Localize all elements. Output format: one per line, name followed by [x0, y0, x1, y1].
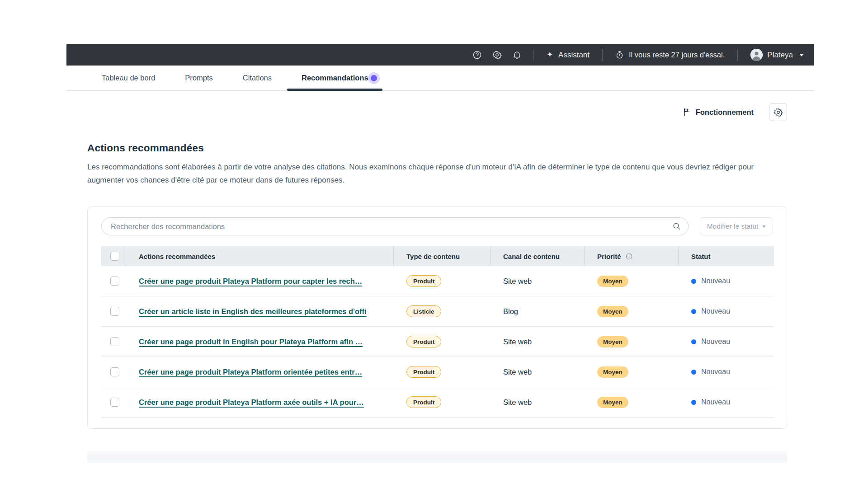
tab-tableau-de-bord[interactable]: Tableau de bord	[102, 66, 155, 90]
channel-label: Site web	[503, 398, 532, 407]
table-body: Créer une page produit Plateya Platform …	[101, 266, 774, 418]
search-input[interactable]	[101, 217, 689, 235]
new-badge-dot	[371, 75, 377, 81]
tab-label: Tableau de bord	[102, 74, 155, 82]
header-priorite: Priorité	[585, 246, 679, 266]
content-type-badge: Produit	[406, 366, 441, 378]
content-type-badge: Produit	[406, 275, 441, 287]
row-action-cell: Créer un article liste in English des me…	[126, 307, 394, 316]
row-status-cell: Nouveau	[679, 398, 774, 406]
row-action-cell: Créer une page produit Plateya Platform …	[126, 398, 394, 407]
row-prio-cell: Moyen	[585, 397, 679, 408]
help-button[interactable]	[467, 44, 487, 66]
info-icon[interactable]	[625, 253, 633, 260]
mode-row: Fonctionnement	[87, 103, 787, 122]
content-type-badge: Listicle	[406, 305, 441, 317]
priority-badge: Moyen	[597, 397, 628, 408]
help-icon	[472, 50, 482, 60]
recommendation-link[interactable]: Créer une page produit in English pour P…	[139, 338, 363, 346]
row-checkbox[interactable]	[110, 367, 119, 376]
table-row: Créer une page produit Plateya Platform …	[101, 387, 774, 418]
row-prio-cell: Moyen	[585, 366, 679, 378]
row-checkbox[interactable]	[110, 277, 119, 286]
row-checkbox[interactable]	[110, 307, 119, 316]
row-prio-cell: Moyen	[585, 276, 679, 287]
assistant-button[interactable]: Assistant	[540, 51, 596, 60]
row-check-cell	[101, 398, 126, 407]
modify-status-button[interactable]: Modifier le statut	[700, 217, 773, 235]
recommendation-link[interactable]: Créer une page produit Plateya Platform …	[139, 398, 364, 407]
app-window: Assistant Il vous reste 27 jours d'essai…	[66, 44, 814, 463]
trial-status: Il vous reste 27 jours d'essai.	[609, 51, 731, 59]
recommendation-link[interactable]: Créer un article liste in English des me…	[139, 307, 367, 316]
recommendation-link[interactable]: Créer une page produit Plateya Platform …	[139, 277, 362, 286]
stopwatch-icon	[615, 51, 624, 59]
header-label: Statut	[691, 253, 711, 260]
content-type-badge: Produit	[406, 396, 441, 408]
account-menu[interactable]: Plateya	[744, 49, 807, 61]
header-statut: Statut	[679, 246, 774, 266]
topbar-divider	[602, 49, 603, 61]
account-name: Plateya	[767, 51, 793, 60]
row-check-cell	[101, 307, 126, 316]
row-check-cell	[101, 277, 126, 286]
main-content: Fonctionnement Actions recommandées Les …	[66, 103, 814, 463]
header-label: Actions recommandées	[139, 253, 215, 260]
row-canal-cell: Site web	[491, 368, 585, 376]
sparkle-icon	[546, 51, 554, 59]
page-description: Les recommandations sont élaborées à par…	[87, 160, 787, 187]
channel-label: Site web	[503, 277, 532, 286]
row-prio-cell: Moyen	[585, 306, 679, 317]
status-label: Nouveau	[701, 307, 730, 315]
row-status-cell: Nouveau	[679, 368, 774, 376]
trial-text: Il vous reste 27 jours d'essai.	[629, 51, 725, 59]
table-header: Actions recommandées Type de contenu Can…	[101, 246, 774, 266]
gear-icon	[774, 108, 783, 117]
notifications-button[interactable]	[507, 44, 527, 66]
row-action-cell: Créer une page produit in English pour P…	[126, 338, 394, 346]
tab-label: Citations	[243, 74, 272, 82]
status-label: Nouveau	[701, 338, 730, 346]
header-label: Type de contenu	[406, 253, 460, 260]
header-label: Canal de contenu	[503, 253, 560, 260]
page-bottom-band	[87, 450, 787, 463]
tab-label: Recommandations	[302, 74, 368, 82]
select-all-checkbox[interactable]	[110, 252, 119, 261]
row-status-cell: Nouveau	[679, 277, 774, 285]
select-all-cell	[101, 246, 126, 266]
status-dot	[691, 279, 696, 284]
gear-icon	[492, 50, 502, 60]
tab-recommandations[interactable]: Recommandations	[302, 66, 377, 90]
topbar-divider	[533, 49, 533, 61]
row-status-cell: Nouveau	[679, 307, 774, 315]
row-type-cell: Produit	[394, 275, 491, 287]
priority-badge: Moyen	[597, 336, 628, 347]
row-canal-cell: Site web	[491, 338, 585, 346]
row-check-cell	[101, 337, 126, 346]
table-row: Créer une page produit Plateya Platform …	[101, 266, 774, 296]
channel-label: Site web	[503, 338, 532, 346]
row-status-cell: Nouveau	[679, 338, 774, 346]
settings-topbar-button[interactable]	[487, 44, 507, 66]
table-row: Créer un article liste in English des me…	[101, 296, 774, 327]
row-canal-cell: Blog	[491, 307, 585, 316]
recommendations-table: Actions recommandées Type de contenu Can…	[101, 246, 774, 418]
status-label: Nouveau	[701, 277, 730, 285]
recommendation-link[interactable]: Créer une page produit Plateya Platform …	[139, 368, 362, 376]
row-checkbox[interactable]	[110, 337, 119, 346]
row-canal-cell: Site web	[491, 398, 585, 407]
page-settings-button[interactable]	[769, 103, 787, 121]
header-canal: Canal de contenu	[491, 246, 585, 266]
priority-badge: Moyen	[597, 366, 628, 378]
header-actions: Actions recommandées	[126, 246, 394, 266]
tab-citations[interactable]: Citations	[243, 66, 272, 90]
row-type-cell: Produit	[394, 336, 491, 347]
tab-prompts[interactable]: Prompts	[185, 66, 212, 90]
topbar: Assistant Il vous reste 27 jours d'essai…	[66, 44, 814, 66]
fonctionnement-link[interactable]: Fonctionnement	[682, 108, 754, 117]
row-action-cell: Créer une page produit Plateya Platform …	[126, 368, 394, 376]
row-type-cell: Produit	[394, 396, 491, 408]
table-row: Créer une page produit in English pour P…	[101, 327, 774, 357]
row-checkbox[interactable]	[110, 398, 119, 407]
channel-label: Blog	[503, 307, 518, 316]
